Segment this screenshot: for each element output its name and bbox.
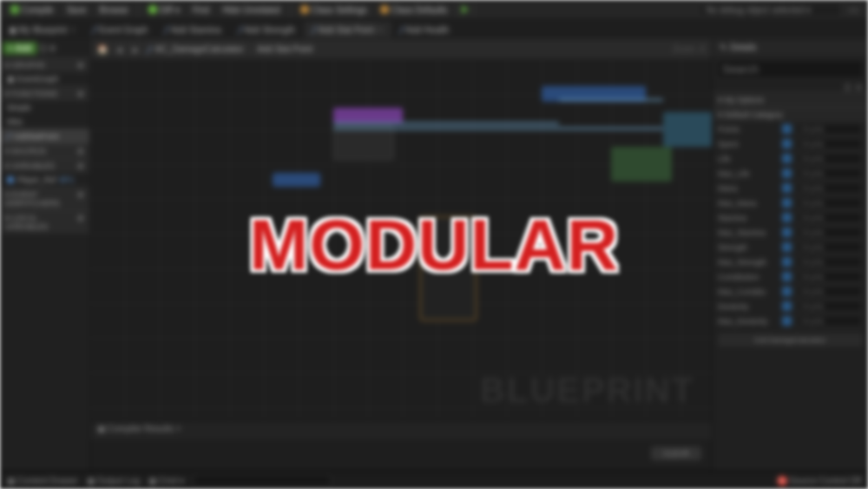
checkbox[interactable]	[782, 242, 792, 252]
property-value[interactable]: 24 pnts	[797, 123, 863, 135]
clear-button[interactable]: CLEAR	[651, 446, 701, 460]
checkbox[interactable]	[782, 287, 792, 296]
property-row: Strength24 pnts	[713, 240, 868, 254]
property-row: Max_Constitu24 pnts	[713, 284, 868, 299]
property-label: Max_Strength	[718, 258, 777, 267]
debug-object-selector[interactable]: No debug object selected ▾	[699, 3, 842, 17]
checkbox[interactable]	[782, 154, 792, 163]
tab-add-health[interactable]: 𝑓 Add Health	[391, 22, 457, 37]
category-my-options[interactable]: ▾ My Options	[713, 92, 868, 107]
item-addstatpoint[interactable]: 𝑓 AddStatPoint	[0, 129, 89, 143]
section-event-dispatchers[interactable]: ▾ EVENT DISPATCHERS⊕	[0, 187, 89, 210]
breadcrumb-leaf[interactable]: Add Stat Point	[257, 44, 312, 54]
tab-my-blueprint[interactable]: ▣ My Blueprint ×	[0, 23, 84, 37]
cmd-button[interactable]: ▣ Cmd ▾	[148, 476, 184, 486]
graph-wire	[559, 99, 663, 101]
property-value[interactable]: 24 pnts	[797, 301, 863, 312]
property-label: Constitution	[718, 273, 777, 281]
find-button[interactable]: Find	[187, 3, 214, 17]
play-icon[interactable]	[462, 5, 469, 14]
item-eventgraph[interactable]: ▣ EventGraph	[0, 72, 89, 86]
property-row: Dexterity24 pnts	[713, 299, 868, 314]
item-misc[interactable]: Misc	[0, 115, 89, 129]
graph-node[interactable]	[273, 173, 320, 187]
node-graph-canvas[interactable]: BLUEPRINT	[90, 60, 712, 420]
edit-button[interactable]: Edit DamageCalculator	[718, 334, 863, 347]
property-label: Max_Constitu	[718, 287, 777, 296]
details-search-input[interactable]	[716, 59, 865, 79]
property-value[interactable]: 24 pnts	[797, 168, 863, 179]
checkbox[interactable]	[782, 301, 792, 311]
property-value[interactable]: 24 pnts	[797, 212, 863, 223]
home-icon[interactable]: 🏠	[97, 44, 108, 54]
nav-fwd-icon[interactable]: ►	[130, 43, 142, 56]
graph-wire	[333, 122, 559, 124]
section-functions[interactable]: ▾ FUNCTIONS⊕	[0, 86, 89, 101]
section-graphs[interactable]: ▾ GRAPHS⊕	[0, 57, 89, 72]
checkbox[interactable]	[782, 139, 792, 149]
property-value[interactable]: 24 pnts	[797, 182, 863, 194]
cmd-input[interactable]	[193, 474, 332, 486]
class-defaults-button[interactable]: Class Defaults	[375, 3, 452, 17]
tab-strip: ▣ My Blueprint ×𝑓 Event Graph𝑓 Add Stami…	[0, 20, 868, 39]
tab-add-stamina[interactable]: 𝑓 Add Stamina	[156, 22, 229, 37]
diff-button[interactable]: Diff ▾	[143, 3, 185, 17]
class-settings-button[interactable]: Class Settings	[295, 3, 372, 17]
item-player_ref[interactable]: Player_Ref BP1	[0, 173, 89, 187]
property-value[interactable]: 24 pnts	[797, 227, 863, 238]
property-value[interactable]: 24 pnts	[797, 315, 863, 327]
item-simple[interactable]: Simple	[0, 101, 89, 115]
checkbox[interactable]	[782, 124, 792, 134]
add-button[interactable]: + Add	[3, 42, 37, 55]
checkbox[interactable]	[782, 257, 792, 267]
checkbox[interactable]	[782, 169, 792, 178]
graph-node[interactable]	[420, 216, 477, 320]
category-default-category[interactable]: ▾ Default Category	[713, 107, 868, 122]
diff-icon	[148, 5, 157, 14]
hide-unrelated-button[interactable]: Hide Unrelated	[217, 3, 286, 17]
compile-button[interactable]: Compile	[5, 3, 59, 17]
property-value[interactable]: 24 pnts	[797, 138, 863, 149]
breadcrumb-root[interactable]: AC_DamageCalculator	[155, 44, 244, 54]
graph-node[interactable]	[663, 112, 712, 147]
checkbox[interactable]	[782, 272, 792, 281]
graph-node[interactable]	[333, 108, 403, 123]
output-log-button[interactable]: ▣ Output Log	[87, 476, 140, 486]
property-row: Max_Dexterity24 pnts	[713, 314, 868, 328]
nav-back-icon[interactable]: ◄	[113, 43, 125, 56]
checkbox[interactable]	[782, 316, 792, 326]
property-value[interactable]: 24 pnts	[797, 241, 863, 253]
checkbox[interactable]	[782, 228, 792, 237]
filter-icon[interactable]: ☰	[844, 83, 852, 92]
property-value[interactable]: 24 pnts	[797, 256, 863, 268]
property-value[interactable]: 24 pnts	[797, 271, 863, 282]
compiler-results-panel[interactable]: ▣ Compiler Results ×	[90, 420, 712, 439]
search-icon[interactable]: Q	[40, 43, 47, 53]
browse-button[interactable]: Browse	[94, 3, 133, 17]
save-button[interactable]: Save	[62, 3, 92, 17]
tab-add-strength[interactable]: 𝑓 Add Strength	[230, 22, 304, 37]
section-macros[interactable]: ▾ MACROS⊕	[0, 143, 89, 158]
property-row: Constitution24 pnts	[713, 269, 868, 284]
checkbox[interactable]	[782, 183, 792, 193]
property-value[interactable]: 24 pnts	[797, 153, 863, 164]
toolbar-nav-button[interactable]: ‹ ›	[845, 3, 863, 17]
graph-wire	[333, 128, 663, 129]
section-variables[interactable]: ▾ VARIABLES⊕	[0, 158, 89, 173]
section-local-variables[interactable]: ▾ LOCAL VARIABLES⊕	[0, 210, 89, 234]
settings-icon[interactable]: ⚙	[855, 83, 863, 92]
property-value[interactable]: 24 pnts	[797, 286, 863, 297]
checkbox[interactable]	[782, 213, 792, 222]
status-bar: ▣ Content Drawer ▣ Output Log ▣ Cmd ▾ ⛔ …	[0, 471, 868, 489]
checkbox[interactable]	[782, 198, 792, 208]
property-value[interactable]: 24 pnts	[797, 197, 863, 208]
details-panel: ✎Details ☰ ⚙ ▾ My Options▾ Default Categ…	[712, 39, 868, 471]
content-drawer-button[interactable]: ▣ Content Drawer	[7, 476, 78, 486]
source-control-button[interactable]: ⛔ Source Control Off	[777, 476, 861, 486]
graph-node[interactable]	[611, 147, 672, 182]
tab-add-stat-point[interactable]: 𝑓 Add Stat Point ×	[304, 22, 391, 37]
tab-event-graph[interactable]: 𝑓 Event Graph	[84, 22, 156, 37]
property-row: Max_Mana24 pnts	[713, 195, 868, 210]
graph-node[interactable]	[333, 125, 394, 160]
settings-icon[interactable]: ⚙	[49, 43, 56, 53]
